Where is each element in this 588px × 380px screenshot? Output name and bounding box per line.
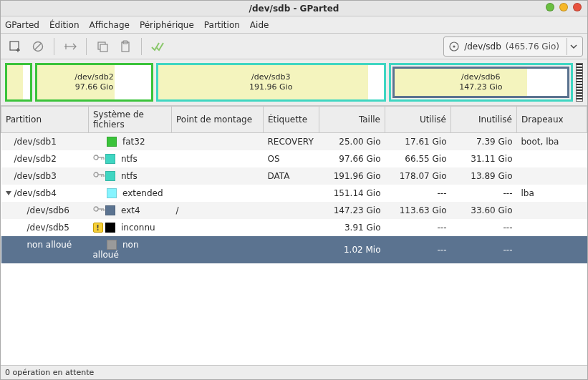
partition-name: non alloué <box>27 240 72 250</box>
cell-unused: --- <box>451 185 517 202</box>
cell-label <box>264 202 319 219</box>
menu-bar: GParted Édition Affichage Périphérique P… <box>1 16 587 34</box>
cell-flags <box>517 219 587 236</box>
cell-unused: 13.89 Gio <box>451 167 517 185</box>
cell-size: 1.02 Mio <box>319 236 385 263</box>
menu-partition[interactable]: Partition <box>204 20 240 30</box>
cell-size: 147.23 Gio <box>319 202 385 219</box>
partition-name: /dev/sdb4 <box>14 188 57 198</box>
fs-name: fat32 <box>122 137 145 147</box>
svg-point-21 <box>94 207 98 211</box>
menu-edition[interactable]: Édition <box>49 20 79 30</box>
cell-unused: 7.39 Gio <box>451 133 517 151</box>
title-bar: /dev/sdb - GParted <box>1 1 587 16</box>
cell-flags <box>517 167 587 185</box>
cell-mount <box>172 236 264 263</box>
table-row[interactable]: /dev/sdb5! inconnu3.91 Gio------ <box>1 219 587 236</box>
table-row[interactable]: /dev/sdb1 fat32RECOVERY25.00 Gio17.61 Gi… <box>1 133 587 151</box>
device-selector[interactable]: /dev/sdb (465.76 Gio) <box>443 36 583 57</box>
toolbar: /dev/sdb (465.76 Gio) <box>1 34 587 59</box>
cell-label: OS <box>264 150 319 167</box>
new-partition-button[interactable] <box>5 36 25 57</box>
cell-size: 3.91 Gio <box>319 219 385 236</box>
cell-unused: 33.60 Gio <box>451 202 517 219</box>
cell-unused: --- <box>451 219 517 236</box>
partition-visualization: /dev/sdb297.66 Gio /dev/sdb3191.96 Gio /… <box>1 59 587 106</box>
viz-sdb4-extended[interactable]: /dev/sdb6147.23 Gio <box>389 63 573 102</box>
cell-mount <box>172 150 264 167</box>
expand-icon[interactable] <box>6 191 11 195</box>
svg-line-4 <box>35 43 42 49</box>
viz-sdb3[interactable]: /dev/sdb3191.96 Gio <box>156 63 386 102</box>
col-used[interactable]: Utilisé <box>385 107 451 133</box>
viz-sdb1[interactable] <box>5 63 32 102</box>
viz-sdb5[interactable] <box>576 63 583 102</box>
cell-size: 151.14 Gio <box>319 185 385 202</box>
device-name: /dev/sdb <box>464 42 501 52</box>
col-flags[interactable]: Drapeaux <box>517 107 587 133</box>
partition-name: /dev/sdb2 <box>14 154 57 164</box>
svg-point-13 <box>94 155 98 160</box>
delete-partition-button[interactable] <box>28 36 48 57</box>
table-row[interactable]: /dev/sdb6 ext4/147.23 Gio113.63 Gio33.60… <box>1 202 587 219</box>
svg-point-12 <box>453 45 456 47</box>
menu-peripherique[interactable]: Périphérique <box>140 20 194 30</box>
cell-flags <box>517 202 587 219</box>
key-icon <box>93 171 103 181</box>
cell-flags: lba <box>517 185 587 202</box>
menu-affichage[interactable]: Affichage <box>90 20 130 30</box>
paste-button[interactable] <box>115 36 135 57</box>
cell-used: 17.61 Gio <box>385 133 451 151</box>
fs-swatch <box>105 171 115 181</box>
col-fs[interactable]: Système de fichiers <box>89 107 172 133</box>
col-mount[interactable]: Point de montage <box>172 107 264 133</box>
fs-name: ext4 <box>121 205 140 215</box>
partition-table: Partition Système de fichiers Point de m… <box>1 106 587 365</box>
cell-flags: boot, lba <box>517 133 587 151</box>
fs-swatch <box>107 240 117 250</box>
cell-label <box>264 219 319 236</box>
warning-icon: ! <box>93 223 103 233</box>
toolbar-separator <box>141 38 142 55</box>
fs-swatch <box>107 137 117 147</box>
cell-mount: / <box>172 202 264 219</box>
svg-rect-0 <box>10 42 19 50</box>
copy-button[interactable] <box>92 36 112 57</box>
svg-rect-8 <box>100 44 107 52</box>
menu-aide[interactable]: Aide <box>250 20 269 30</box>
table-row[interactable]: /dev/sdb3 ntfsDATA191.96 Gio178.07 Gio13… <box>1 167 587 185</box>
disk-icon <box>448 41 460 52</box>
table-row[interactable]: non alloué non alloué1.02 Mio------ <box>1 236 587 263</box>
table-row[interactable]: /dev/sdb4 extended151.14 Gio------lba <box>1 185 587 202</box>
table-row[interactable]: /dev/sdb2 ntfsOS97.66 Gio66.55 Gio31.11 … <box>1 150 587 167</box>
cell-mount <box>172 185 264 202</box>
col-size[interactable]: Taille <box>319 107 385 133</box>
cell-flags <box>517 236 587 263</box>
menu-gparted[interactable]: GParted <box>5 20 39 30</box>
cell-unused: 31.11 Gio <box>451 150 517 167</box>
close-button[interactable] <box>573 3 582 11</box>
viz-sdb2[interactable]: /dev/sdb297.66 Gio <box>35 63 153 102</box>
cell-size: 97.66 Gio <box>319 150 385 167</box>
cell-label: RECOVERY <box>264 133 319 151</box>
apply-button[interactable] <box>148 36 168 57</box>
col-unused[interactable]: Inutilisé <box>451 107 517 133</box>
maximize-button[interactable] <box>559 3 568 11</box>
resize-move-button[interactable] <box>60 36 80 57</box>
cell-unused: --- <box>451 236 517 263</box>
col-label[interactable]: Étiquette <box>264 107 319 133</box>
fs-name: ntfs <box>121 171 138 181</box>
cell-used: --- <box>385 236 451 263</box>
cell-mount <box>172 167 264 185</box>
cell-used: 113.63 Gio <box>385 202 451 219</box>
fs-name: inconnu <box>121 223 155 233</box>
device-size: (465.76 Gio) <box>506 42 559 52</box>
fs-name: ntfs <box>121 154 138 164</box>
cell-label: DATA <box>264 167 319 185</box>
minimize-button[interactable] <box>546 3 554 11</box>
toolbar-separator <box>86 38 87 55</box>
col-partition[interactable]: Partition <box>1 107 89 133</box>
cell-label <box>264 236 319 263</box>
cell-used: --- <box>385 185 451 202</box>
key-icon <box>93 205 103 215</box>
